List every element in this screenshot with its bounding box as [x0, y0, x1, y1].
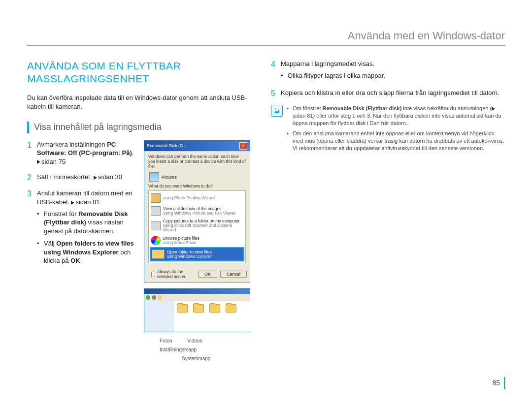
text: Mapparna i lagringsmediet visas.: [281, 60, 385, 68]
dialog-title: Removable Disk (G:): [147, 143, 186, 148]
folder-item[interactable]: [225, 304, 237, 313]
page-ref: sidan 30: [98, 173, 122, 181]
arrow-icon: [37, 160, 40, 164]
info-icon: [271, 105, 283, 117]
explorer-window: [144, 288, 250, 332]
media-icon: [151, 236, 161, 245]
scanner-icon: [151, 221, 161, 230]
checkbox-icon: [151, 272, 155, 277]
text: Fönstret för: [44, 210, 78, 218]
list-item: Fönstret för Removable Disk (Flyttbar di…: [37, 210, 138, 236]
text: .: [80, 257, 82, 264]
back-icon[interactable]: [146, 295, 150, 300]
cancel-button[interactable]: Cancel: [220, 271, 247, 278]
close-icon[interactable]: ×: [239, 142, 247, 150]
up-icon[interactable]: [158, 295, 162, 300]
text: Om den anslutna kamerans enhet inte öppn…: [293, 130, 505, 152]
page-ref: sidan 81: [293, 113, 313, 119]
wizard-icon: [151, 193, 161, 203]
text: Sätt i minneskortet.: [37, 173, 94, 181]
step-number: 4: [271, 60, 281, 82]
section-subheading: Visa innehållet på lagringsmedia: [27, 122, 256, 133]
step-number: 2: [27, 173, 37, 182]
text: Om fönstret: [293, 105, 323, 111]
step-4: 4 Mapparna i lagringsmediet visas. Olika…: [271, 60, 505, 82]
section-intro: Du kan överföra inspelade data till en W…: [27, 94, 256, 112]
option-sub: using Windows Explorer: [167, 254, 212, 259]
note-item: Om fönstret Removable Disk (Flyttbar dis…: [287, 105, 505, 127]
explorer-titlebar: [144, 289, 250, 294]
option-sub: using MediaShow: [163, 240, 196, 245]
step-3: 3 Anslut kameran till datorn med en USB-…: [27, 189, 138, 271]
label-foton: Foton: [160, 338, 172, 344]
label-videos: Videos: [187, 338, 202, 344]
slideshow-icon: [151, 206, 161, 216]
step-5: 5 Kopiera och klistra in eller dra och s…: [271, 89, 505, 98]
arrow-icon: [492, 107, 495, 111]
text: Välj: [44, 240, 56, 247]
checkbox-label: Always do the selected action.: [157, 269, 195, 279]
dialog-option[interactable]: using Photo Printing Wizard: [150, 192, 244, 204]
left-column: ANVÄNDA SOM EN FLYTTBAR MASSLAGRINGSENHE…: [27, 60, 256, 366]
step-2: 2 Sätt i minneskortet. sidan 30: [27, 173, 138, 182]
arrow-icon: [71, 201, 74, 205]
dialog-text: Windows can perform the same action each…: [148, 154, 246, 169]
folder-icon: [209, 304, 220, 312]
diagram-labels: Foton Videos Inställningsmapp Systemmapp: [144, 336, 256, 366]
right-column: 4 Mapparna i lagringsmediet visas. Olika…: [271, 60, 505, 366]
folder-icon: [152, 250, 165, 259]
removable-disk-dialog: Removable Disk (G:) × Windows can perfor…: [144, 140, 250, 283]
page-ref: sidan 75: [41, 158, 66, 165]
folder-icon: [226, 304, 236, 312]
svg-point-0: [275, 109, 276, 110]
text-bold: OK: [70, 257, 80, 264]
pictures-icon: [149, 172, 159, 182]
steps-list: 1 Avmarkera inställningen PC Software: O…: [27, 140, 138, 366]
explorer-toolbar: [144, 294, 250, 301]
text-bold: Removable Disk (Flyttbar disk): [323, 105, 402, 111]
text: .: [132, 149, 134, 156]
page-header: Använda med en Windows-dator: [27, 30, 505, 42]
dialog-option[interactable]: Browse picture filesusing MediaShow: [150, 234, 244, 247]
step-number: 1: [27, 140, 37, 166]
ok-button[interactable]: OK: [198, 271, 217, 278]
explorer-main: [173, 301, 250, 332]
dialog-option[interactable]: View a slideshow of the imagesusing Wind…: [150, 205, 244, 217]
step-number: 5: [271, 89, 281, 98]
dialog-label: Pictures: [162, 175, 177, 180]
option-sub: using Windows Picture and Fax Viewer: [163, 211, 235, 216]
option-sub: using Microsoft Scanner and Camera Wizar…: [163, 223, 232, 232]
label-system: Systemmapp: [182, 356, 210, 361]
always-checkbox[interactable]: Always do the selected action.: [151, 269, 195, 279]
page-number: 85: [492, 377, 505, 389]
list-item: Välj Open folders to view files using Wi…: [37, 239, 138, 265]
text: Olika filtyper lagras i olika mappar.: [288, 71, 385, 80]
folder-item[interactable]: [176, 304, 188, 313]
label-installning: Inställningsmapp: [160, 347, 197, 352]
info-note: Om fönstret Removable Disk (Flyttbar dis…: [271, 105, 505, 155]
folder-icon: [193, 304, 204, 312]
divider: [27, 45, 505, 46]
option-sub: using Photo Printing Wizard: [163, 195, 215, 200]
step-number: 3: [27, 189, 37, 271]
text: inte visas bekräftar du anslutningen (: [401, 105, 492, 111]
page-ref: sidan 81: [75, 198, 100, 206]
folder-item[interactable]: [193, 304, 204, 313]
arrow-icon: [94, 176, 97, 180]
dialog-prompt: What do you want Windows to do?: [148, 184, 246, 188]
dialog-option[interactable]: Copy pictures to a folder on my computer…: [150, 218, 244, 234]
text: Avmarkera inställningen: [37, 141, 107, 148]
note-item: Om den anslutna kamerans enhet inte öppn…: [287, 130, 505, 152]
section-heading: ANVÄNDA SOM EN FLYTTBAR MASSLAGRINGSENHE…: [27, 60, 256, 86]
step-1: 1 Avmarkera inställningen PC Software: O…: [27, 140, 138, 166]
forward-icon[interactable]: [152, 295, 156, 300]
list-item: Olika filtyper lagras i olika mappar.: [281, 71, 385, 80]
dialog-option-highlighted[interactable]: Open folder to view filesusing Windows E…: [150, 247, 244, 261]
text: ) eller utför steg 1 och 3. När den flyt…: [293, 113, 501, 126]
folder-item[interactable]: [209, 304, 221, 313]
text: Kopiera och klistra in eller dra och slä…: [281, 89, 499, 98]
folder-icon: [177, 304, 188, 312]
explorer-sidebar: [144, 301, 173, 332]
